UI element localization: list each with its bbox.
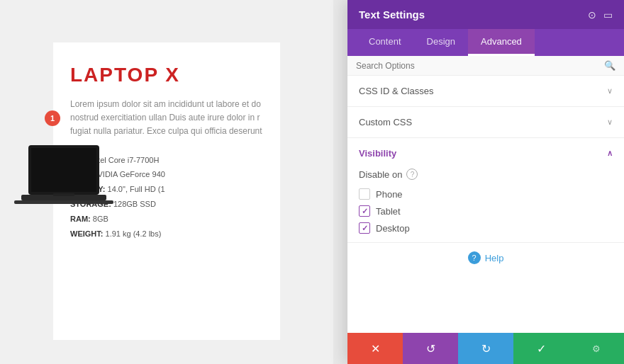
checkbox-desktop-label: Desktop [376,223,410,234]
disable-on-label: Disable on [359,169,402,180]
minimize-icon[interactable]: ▭ [603,9,613,21]
panel-body: CSS ID & Classes ∨ Custom CSS ∨ Visibili… [347,76,624,333]
step-badge: 1 [45,110,60,126]
svg-rect-1 [31,148,96,192]
css-id-section: CSS ID & Classes ∨ [347,76,624,107]
page-title: LAPTOP X [70,64,263,86]
svg-rect-3 [14,200,113,204]
help-button-icon: ? [468,251,481,264]
checkbox-list: Phone ✓ Tablet ✓ Desktop [347,188,624,242]
css-id-chevron: ∨ [607,86,613,96]
laptop-image [14,142,113,234]
tab-design[interactable]: Design [414,29,468,56]
cancel-button[interactable]: ✕ [347,333,403,364]
desktop-checkmark: ✓ [362,224,368,233]
undo-button[interactable]: ↺ [403,333,458,364]
panel-title: Text Settings [359,8,425,21]
svg-rect-4 [53,193,74,196]
save-button[interactable]: ✓ [513,333,569,364]
visibility-chevron: ∧ [607,149,613,158]
custom-css-chevron: ∨ [607,118,613,127]
settings-panel: Text Settings ⊙ ▭ Content Design Advance… [347,0,624,364]
custom-css-label: Custom CSS [359,117,412,127]
checkbox-phone-row: Phone [359,188,613,200]
checkbox-tablet[interactable]: ✓ [359,205,370,217]
redo-button[interactable]: ↻ [458,333,513,364]
checkbox-desktop[interactable]: ✓ [359,222,370,234]
checkbox-phone-label: Phone [376,189,403,200]
css-id-label: CSS ID & Classes [359,86,433,96]
panel-header: Text Settings ⊙ ▭ [347,0,624,29]
css-id-header[interactable]: CSS ID & Classes ∨ [347,76,624,106]
settings-icon[interactable]: ⊙ [588,9,596,21]
search-bar: 🔍 [347,56,624,76]
custom-css-section: Custom CSS ∨ [347,107,624,138]
tab-advanced[interactable]: Advanced [468,29,535,56]
help-button-label: Help [485,253,504,263]
checkbox-desktop-row: ✓ Desktop [359,222,613,234]
page-body: Lorem ipsum dolor sit am incididunt ut l… [70,98,263,139]
search-input[interactable] [356,61,604,71]
tab-bar: Content Design Advanced [347,29,624,56]
custom-css-header[interactable]: Custom CSS ∨ [347,107,624,137]
visibility-header[interactable]: Visibility ∧ [347,138,624,169]
footer-settings-button[interactable]: ⚙ [569,333,624,364]
visibility-section: Visibility ∧ Disable on ? Phone ✓ [347,138,624,243]
visibility-label: Visibility [359,148,396,159]
search-icon: 🔍 [604,60,615,71]
tablet-checkmark: ✓ [362,207,368,216]
checkbox-tablet-row: ✓ Tablet [359,205,613,217]
disable-on-row: Disable on ? [347,169,624,188]
disable-on-help[interactable]: ? [406,169,418,180]
help-button[interactable]: ? Help [468,251,504,264]
tab-content[interactable]: Content [356,29,414,56]
header-icons: ⊙ ▭ [588,9,613,21]
checkbox-phone[interactable] [359,188,370,200]
help-section: ? Help [347,243,624,273]
panel-footer: ✕ ↺ ↻ ✓ ⚙ [347,333,624,364]
checkbox-tablet-label: Tablet [376,206,401,217]
